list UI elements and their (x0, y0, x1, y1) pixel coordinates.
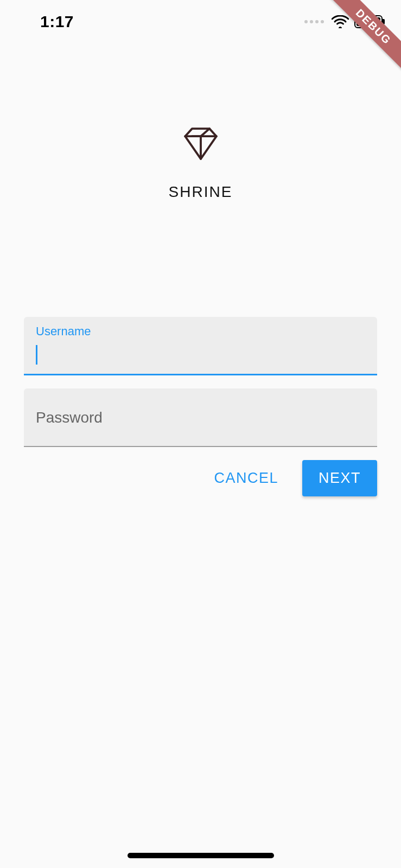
cellular-dots-icon (304, 20, 324, 23)
app-logo-block: SHRINE (0, 126, 401, 201)
login-form: Username Password CANCEL NEXT (24, 317, 377, 496)
status-time: 1:17 (40, 12, 74, 31)
button-row: CANCEL NEXT (24, 460, 377, 496)
next-button[interactable]: NEXT (302, 460, 377, 496)
username-label: Username (36, 324, 91, 339)
username-field[interactable] (36, 342, 365, 368)
field-underline (24, 374, 377, 375)
text-caret (36, 345, 37, 365)
wifi-icon (332, 15, 349, 28)
cancel-button[interactable]: CANCEL (198, 460, 295, 496)
username-field-container: Username (24, 317, 377, 375)
field-underline (24, 446, 377, 447)
password-field-container: Password (24, 388, 377, 447)
home-indicator (128, 853, 274, 858)
diamond-icon (183, 126, 218, 161)
password-field[interactable] (36, 413, 365, 439)
app-title: SHRINE (169, 183, 233, 201)
